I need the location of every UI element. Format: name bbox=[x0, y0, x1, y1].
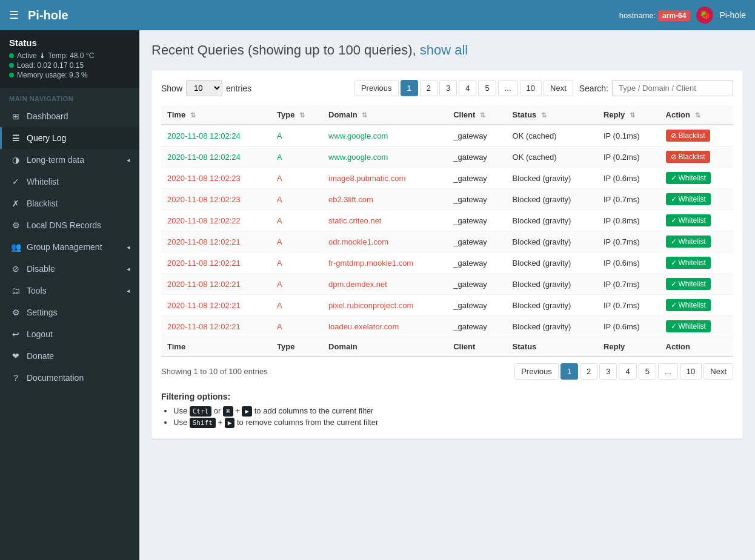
whitelist-button[interactable]: ✓ Whitelist bbox=[666, 236, 711, 248]
cell-status: Blocked (gravity) bbox=[507, 231, 597, 252]
whitelist-button[interactable]: ✓ Whitelist bbox=[666, 299, 711, 311]
cell-client: _gateway bbox=[447, 295, 506, 316]
cmd-kbd: ⌘ bbox=[223, 406, 233, 417]
page-button-...[interactable]: ... bbox=[498, 80, 518, 96]
sidebar-item-label: Donate bbox=[27, 351, 54, 361]
col-type[interactable]: Type ⇅ bbox=[271, 105, 322, 125]
datatable-info: Showing 1 to 10 of 100 entries bbox=[161, 367, 268, 376]
cell-status: Blocked (gravity) bbox=[507, 189, 597, 210]
sidebar-item-label: Long-term data bbox=[27, 155, 84, 165]
cell-domain: odr.mookie1.com bbox=[322, 231, 447, 252]
page-button-4[interactable]: 4 bbox=[459, 80, 476, 96]
sidebar-item-local-dns[interactable]: ⚙ Local DNS Records bbox=[0, 214, 139, 236]
sidebar-item-long-term-data[interactable]: ◑ Long-term data ◂ bbox=[0, 149, 139, 171]
prev-page-button[interactable]: Previous bbox=[514, 363, 559, 380]
table-row: 2020-11-08 12:02:21 A dpm.demdex.net _ga… bbox=[161, 274, 733, 295]
whitelist-button[interactable]: ✓ Whitelist bbox=[666, 278, 711, 290]
sidebar-item-documentation[interactable]: ? Documentation bbox=[0, 367, 139, 389]
cell-client: _gateway bbox=[447, 316, 506, 337]
page-button-3[interactable]: 3 bbox=[599, 363, 617, 380]
sidebar-item-logout[interactable]: ↩ Logout bbox=[0, 323, 139, 345]
cell-status: Blocked (gravity) bbox=[507, 210, 597, 231]
sidebar-item-disable[interactable]: ⊘ Disable ◂ bbox=[0, 258, 139, 280]
active-dot bbox=[9, 53, 14, 58]
sidebar-item-query-log[interactable]: ☰ Query Log bbox=[0, 127, 139, 149]
col-status[interactable]: Status ⇅ bbox=[507, 105, 597, 125]
filter-tip-1: Use Ctrl or ⌘ + ▶ to add columns to the … bbox=[173, 406, 733, 415]
cell-reply: IP (0.6ms) bbox=[597, 168, 660, 189]
cell-type: A bbox=[271, 189, 322, 210]
query-log-box: Show 10 25 50 100 entries Previous12345.… bbox=[151, 70, 743, 439]
sidebar-item-blacklist[interactable]: ✗ Blacklist bbox=[0, 193, 139, 214]
check-icon: ✓ bbox=[671, 216, 677, 225]
page-button-...[interactable]: ... bbox=[658, 363, 678, 380]
cell-type: A bbox=[271, 125, 322, 147]
check-icon: ✓ bbox=[671, 280, 677, 288]
sort-icon: ⇅ bbox=[695, 111, 700, 119]
page-title: Recent Queries (showing up to 100 querie… bbox=[151, 42, 743, 58]
page-button-1[interactable]: 1 bbox=[401, 80, 418, 96]
table-row: 2020-11-08 12:02:21 A pixel.rubiconproje… bbox=[161, 295, 733, 316]
col-action[interactable]: Action ⇅ bbox=[660, 105, 733, 125]
page-button-1[interactable]: 1 bbox=[560, 363, 578, 380]
cell-reply: IP (0.8ms) bbox=[597, 210, 660, 231]
cell-type: A bbox=[271, 210, 322, 231]
prev-page-button[interactable]: Previous bbox=[354, 80, 399, 96]
click-kbd: ▶ bbox=[242, 406, 252, 417]
sidebar-item-label: Blacklist bbox=[27, 199, 58, 208]
next-page-button[interactable]: Next bbox=[703, 363, 733, 380]
cell-client: _gateway bbox=[447, 147, 506, 168]
cell-domain: pixel.rubiconproject.com bbox=[322, 295, 447, 316]
cell-time: 2020-11-08 12:02:21 bbox=[161, 231, 271, 252]
cell-type: A bbox=[271, 316, 322, 337]
cell-domain: loadeu.exelator.com bbox=[322, 316, 447, 337]
whitelist-button[interactable]: ✓ Whitelist bbox=[666, 257, 711, 269]
page-button-5[interactable]: 5 bbox=[639, 363, 656, 380]
col-client[interactable]: Client ⇅ bbox=[447, 105, 506, 125]
sidebar-item-donate[interactable]: ❤ Donate bbox=[0, 345, 139, 367]
sidebar-item-label: Disable bbox=[27, 264, 55, 274]
cell-status: Blocked (gravity) bbox=[507, 316, 597, 337]
next-page-button[interactable]: Next bbox=[544, 80, 573, 96]
sidebar-item-dashboard[interactable]: ⊞ Dashboard bbox=[0, 105, 139, 127]
sidebar-item-label: Documentation bbox=[27, 373, 84, 383]
page-button-10[interactable]: 10 bbox=[520, 80, 542, 96]
shift-kbd: Shift bbox=[190, 418, 216, 428]
whitelist-button[interactable]: ✓ Whitelist bbox=[666, 172, 711, 184]
filtering-tips: Use Ctrl or ⌘ + ▶ to add columns to the … bbox=[161, 406, 733, 427]
cell-action: ✓ Whitelist bbox=[660, 189, 733, 210]
col-time[interactable]: Time ⇅ bbox=[161, 105, 271, 125]
sidebar-status: Status Active 🌡 Temp: 48.0 °C Load: 0.02… bbox=[0, 30, 139, 88]
whitelist-button[interactable]: ✓ Whitelist bbox=[666, 320, 711, 332]
cell-time: 2020-11-08 12:02:21 bbox=[161, 295, 271, 316]
cell-type: A bbox=[271, 274, 322, 295]
sort-icon: ⇅ bbox=[299, 111, 305, 119]
sidebar-item-settings[interactable]: ⚙ Settings bbox=[0, 301, 139, 323]
page-button-5[interactable]: 5 bbox=[478, 80, 496, 96]
cell-action: ✓ Whitelist bbox=[660, 316, 733, 337]
sidebar-item-group-management[interactable]: 👥 Group Management ◂ bbox=[0, 236, 139, 258]
cell-reply: IP (0.2ms) bbox=[597, 147, 660, 168]
whitelist-button[interactable]: ✓ Whitelist bbox=[666, 214, 711, 226]
col-domain[interactable]: Domain ⇅ bbox=[322, 105, 447, 125]
page-button-10[interactable]: 10 bbox=[680, 363, 702, 380]
sidebar-item-tools[interactable]: 🗂 Tools ◂ bbox=[0, 280, 139, 301]
page-button-2[interactable]: 2 bbox=[420, 80, 437, 96]
page-button-2[interactable]: 2 bbox=[580, 363, 597, 380]
sidebar-item-label: Query Log bbox=[27, 133, 66, 143]
hamburger-button[interactable]: ☰ bbox=[9, 8, 19, 22]
col-reply[interactable]: Reply ⇅ bbox=[597, 105, 660, 125]
search-input[interactable] bbox=[612, 80, 733, 96]
page-button-3[interactable]: 3 bbox=[439, 80, 457, 96]
show-all-link[interactable]: show all bbox=[420, 42, 468, 58]
blacklist-button[interactable]: ⊘ Blacklist bbox=[666, 130, 710, 142]
blacklist-button[interactable]: ⊘ Blacklist bbox=[666, 151, 710, 163]
entries-select[interactable]: 10 25 50 100 bbox=[186, 80, 222, 96]
sidebar-item-label: Local DNS Records bbox=[27, 220, 101, 230]
whitelist-button[interactable]: ✓ Whitelist bbox=[666, 193, 711, 205]
table-row: 2020-11-08 12:02:24 A www.google.com _ga… bbox=[161, 147, 733, 168]
sidebar-item-whitelist[interactable]: ✓ Whitelist bbox=[0, 171, 139, 193]
table-header-row: Time ⇅ Type ⇅ Domain ⇅ Client ⇅ Status ⇅… bbox=[161, 105, 733, 125]
page-button-4[interactable]: 4 bbox=[619, 363, 636, 380]
cell-domain: eb2.3lift.com bbox=[322, 189, 447, 210]
